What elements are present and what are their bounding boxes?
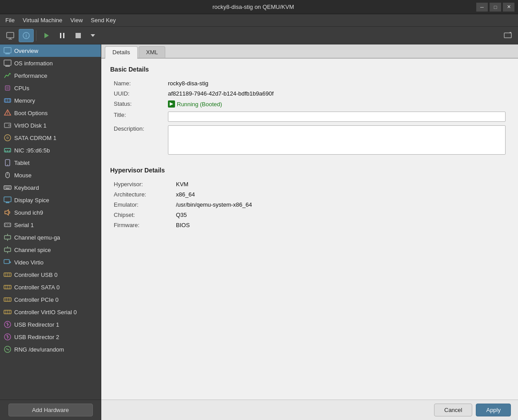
sidebar-item-label-virtio-disk-1: VirtIO Disk 1 bbox=[14, 122, 47, 129]
svg-rect-11 bbox=[510, 32, 511, 33]
pause-icon bbox=[58, 31, 67, 40]
sidebar-item-virtio-disk-1[interactable]: VirtIO Disk 1 bbox=[0, 119, 101, 132]
sidebar-item-cpus[interactable]: CPUs bbox=[0, 82, 101, 94]
menu-view[interactable]: View bbox=[67, 16, 86, 25]
sidebar-item-channel-spice[interactable]: Channel spice bbox=[0, 244, 101, 256]
svg-rect-43 bbox=[6, 202, 9, 203]
sidebar-item-video-virtio[interactable]: Video Virtio bbox=[0, 256, 101, 268]
titlebar: rocky8-disa-stig on QEMU/KVM ─ □ ✕ bbox=[0, 0, 518, 14]
apply-button[interactable]: Apply bbox=[476, 404, 511, 416]
toolbar-sep-1 bbox=[36, 30, 36, 41]
hardware-icon: i bbox=[22, 31, 31, 40]
sidebar-item-performance[interactable]: Performance bbox=[0, 69, 101, 82]
sidebar-item-boot-options[interactable]: Boot Options bbox=[0, 107, 101, 119]
svg-text:i: i bbox=[26, 33, 27, 38]
field-architecture-label: Architecture: bbox=[110, 189, 172, 200]
titlebar-controls: ─ □ ✕ bbox=[476, 3, 514, 12]
field-name-value: rocky8-disa-stig bbox=[164, 78, 509, 88]
svg-marker-44 bbox=[5, 210, 8, 215]
usb-redirector-1-icon bbox=[4, 320, 12, 328]
console-button[interactable] bbox=[3, 29, 18, 42]
more-options-button[interactable] bbox=[87, 29, 99, 42]
field-status-value: Running (Booted) bbox=[164, 99, 509, 110]
field-emulator-label: Emulator: bbox=[110, 200, 172, 210]
basic-details-table: Name: rocky8-disa-stig UUID: af821189-79… bbox=[110, 78, 509, 158]
add-hardware-button[interactable]: Add Hardware bbox=[8, 404, 93, 416]
tablet-icon bbox=[4, 159, 12, 167]
svg-rect-17 bbox=[6, 87, 9, 89]
tab-details[interactable]: Details bbox=[105, 46, 138, 59]
field-uuid-value: af821189-7946-42d7-b124-bdfb1b9a690f bbox=[164, 88, 509, 99]
sidebar-item-channel-qemu-ga[interactable]: Channel qemu-ga bbox=[0, 231, 101, 244]
sidebar-item-label-memory: Memory bbox=[14, 97, 35, 104]
sidebar-item-nic[interactable]: NIC :95:d6:5b bbox=[0, 144, 101, 156]
pause-button[interactable] bbox=[55, 29, 70, 42]
sidebar-item-tablet[interactable]: Tablet bbox=[0, 156, 101, 169]
run-button[interactable] bbox=[39, 29, 54, 42]
svg-rect-24 bbox=[4, 123, 11, 128]
field-status: Status: Running (Booted) bbox=[110, 99, 509, 110]
screenshot-button[interactable] bbox=[500, 29, 515, 42]
chevron-down-icon bbox=[90, 32, 96, 39]
sidebar-item-controller-usb-0[interactable]: Controller USB 0 bbox=[0, 268, 101, 281]
sidebar-item-controller-virtio-serial-0[interactable]: Controller VirtIO Serial 0 bbox=[0, 306, 101, 318]
sidebar-item-sound-ich9[interactable]: Sound ich9 bbox=[0, 206, 101, 219]
svg-rect-0 bbox=[7, 32, 14, 38]
svg-point-26 bbox=[4, 135, 11, 141]
minimize-button[interactable]: ─ bbox=[476, 3, 488, 12]
menu-file[interactable]: File bbox=[2, 16, 18, 25]
sidebar-item-label-channel-qemu-ga: Channel qemu-ga bbox=[14, 234, 60, 241]
sidebar-item-sata-cdrom-1[interactable]: SATA CDROM 1 bbox=[0, 132, 101, 144]
maximize-button[interactable]: □ bbox=[490, 3, 501, 12]
field-firmware-label: Firmware: bbox=[110, 220, 172, 230]
svg-point-33 bbox=[7, 164, 8, 165]
sidebar-item-os-information[interactable]: OS information bbox=[0, 57, 101, 69]
field-title: Title: bbox=[110, 110, 509, 124]
sidebar-item-memory[interactable]: Memory bbox=[0, 94, 101, 107]
svg-rect-36 bbox=[4, 186, 11, 189]
bottom-area: Add Hardware Cancel Apply bbox=[0, 400, 518, 420]
svg-rect-49 bbox=[4, 236, 11, 239]
sidebar: OverviewOS informationPerformanceCPUsMem… bbox=[0, 44, 101, 400]
menu-virtual-machine[interactable]: Virtual Machine bbox=[19, 16, 66, 25]
stop-button[interactable] bbox=[71, 29, 86, 42]
sidebar-item-rng-dev-urandom[interactable]: RNG /dev/urandom bbox=[0, 343, 101, 356]
sidebar-item-usb-redirector-1[interactable]: USB Redirector 1 bbox=[0, 318, 101, 331]
field-uuid-label: UUID: bbox=[110, 88, 164, 99]
sidebar-item-display-spice[interactable]: Display Spice bbox=[0, 194, 101, 206]
sidebar-item-mouse[interactable]: Mouse bbox=[0, 169, 101, 181]
title-input[interactable] bbox=[168, 112, 506, 122]
controller-sata-0-icon bbox=[4, 283, 12, 291]
svg-marker-82 bbox=[170, 102, 173, 106]
status-run-icon bbox=[168, 100, 175, 108]
content-area: Details XML Basic Details Name: rocky8-d… bbox=[101, 44, 518, 400]
status-text: Running (Booted) bbox=[177, 101, 222, 108]
sidebar-item-label-video-virtio: Video Virtio bbox=[14, 259, 44, 266]
tab-xml[interactable]: XML bbox=[139, 46, 166, 58]
sidebar-item-label-nic: NIC :95:d6:5b bbox=[14, 147, 50, 154]
sidebar-item-label-rng-dev-urandom: RNG /dev/urandom bbox=[14, 346, 64, 353]
toolbar: i bbox=[0, 27, 518, 44]
sidebar-item-keyboard[interactable]: Keyboard bbox=[0, 181, 101, 194]
field-hypervisor: Hypervisor: KVM bbox=[110, 179, 509, 189]
overview-icon bbox=[4, 47, 12, 55]
field-name-label: Name: bbox=[110, 78, 164, 88]
memory-icon bbox=[4, 96, 12, 104]
description-input[interactable] bbox=[168, 125, 506, 155]
menu-send-key[interactable]: Send Key bbox=[87, 16, 119, 25]
close-button[interactable]: ✕ bbox=[503, 3, 514, 12]
video-virtio-icon bbox=[4, 258, 12, 266]
sidebar-item-serial-1[interactable]: Serial 1 bbox=[0, 219, 101, 231]
channel-qemu-ga-icon bbox=[4, 233, 12, 241]
cancel-button[interactable]: Cancel bbox=[434, 404, 472, 416]
sidebar-item-controller-pcie-0[interactable]: Controller PCIe 0 bbox=[0, 293, 101, 306]
cpus-icon bbox=[4, 84, 12, 92]
svg-rect-15 bbox=[5, 66, 10, 67]
sidebar-item-overview[interactable]: Overview bbox=[0, 44, 101, 57]
nic-icon bbox=[4, 146, 12, 154]
hardware-details-button[interactable]: i bbox=[19, 29, 34, 42]
sidebar-item-usb-redirector-2[interactable]: USB Redirector 2 bbox=[0, 331, 101, 343]
sidebar-item-label-mouse: Mouse bbox=[14, 172, 32, 179]
sidebar-item-controller-sata-0[interactable]: Controller SATA 0 bbox=[0, 281, 101, 293]
field-chipset-label: Chipset: bbox=[110, 210, 172, 220]
